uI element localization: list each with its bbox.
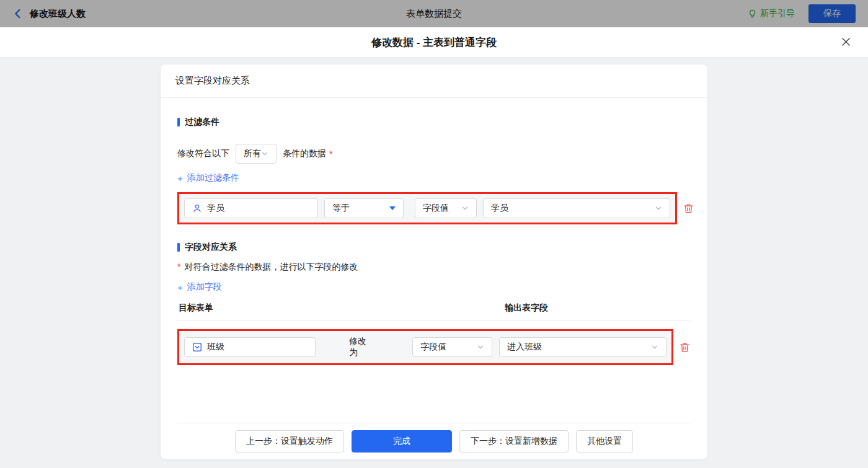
select-field-icon (192, 342, 202, 352)
chevron-down-icon (261, 150, 268, 157)
mapping-section-title: 字段对应关系 (177, 242, 691, 253)
mapping-card: 设置字段对应关系 过滤条件 修改符合以下 所有 条件的数据 * (161, 64, 707, 459)
lightbulb-icon (748, 9, 757, 19)
card-footer: 上一步：设置触发动作 完成 下一步：设置新增数据 其他设置 (177, 423, 691, 459)
caret-down-icon (389, 206, 396, 210)
close-button[interactable] (840, 36, 852, 48)
chevron-down-icon (651, 343, 658, 351)
chevron-down-icon (655, 205, 662, 212)
trash-icon (683, 203, 694, 214)
section-bar (177, 118, 180, 126)
card-content: 过滤条件 修改符合以下 所有 条件的数据 * + 添加过滤条件 (161, 98, 707, 459)
modal-body: 设置字段对应关系 过滤条件 修改符合以下 所有 条件的数据 * (0, 58, 868, 468)
beginner-guide-label: 新手引导 (760, 8, 795, 19)
next-step-button[interactable]: 下一步：设置新增数据 (459, 430, 569, 453)
modify-to-label: 修改为 (349, 336, 374, 358)
filter-value: 学员 (491, 203, 508, 214)
filter-section-label: 过滤条件 (185, 117, 219, 128)
mapping-section-label: 字段对应关系 (185, 242, 237, 253)
column-target-form: 目标表单 (177, 302, 505, 314)
trash-icon (679, 342, 691, 353)
workflow-title: 修改班级人数 (30, 8, 86, 20)
section-bar (177, 243, 180, 252)
page-title: 表单数据提交 (406, 8, 462, 20)
modal-header: 修改数据 - 主表到普通字段 (0, 27, 868, 58)
other-settings-button[interactable]: 其他设置 (576, 430, 633, 453)
value-type-select[interactable]: 字段值 (415, 198, 477, 218)
add-field-link[interactable]: + 添加字段 (177, 281, 222, 293)
mapping-value-select[interactable]: 进入班级 (499, 337, 666, 357)
prev-step-button[interactable]: 上一步：设置触发动作 (235, 430, 344, 453)
chevron-down-icon (477, 343, 484, 351)
column-output-field: 输出表字段 (505, 302, 548, 314)
filter-condition-row: 学员 等于 字段值 学员 (177, 192, 677, 224)
field-mapping-row: 班级 修改为 字段值 进入班级 (177, 329, 673, 365)
chevron-left-icon (12, 8, 24, 19)
plus-icon: + (177, 282, 183, 293)
card-title: 设置字段对应关系 (161, 64, 707, 98)
value-type-value: 字段值 (423, 203, 449, 214)
operator-value: 等于 (332, 203, 350, 214)
match-mode-value: 所有 (244, 148, 261, 159)
top-bar: 修改班级人数 表单数据提交 新手引导 保存 (0, 0, 868, 27)
match-prefix-text: 修改符合以下 (177, 148, 229, 159)
back-button[interactable] (12, 8, 24, 19)
done-button[interactable]: 完成 (352, 430, 452, 453)
mapping-description: * 对符合过滤条件的数据，进行以下字段的修改 (177, 262, 691, 273)
close-icon (840, 36, 852, 48)
add-field-label: 添加字段 (187, 281, 222, 293)
save-button[interactable]: 保存 (808, 4, 856, 23)
operator-select[interactable]: 等于 (324, 198, 404, 218)
condition-match-line: 修改符合以下 所有 条件的数据 * (177, 144, 691, 164)
delete-filter-row-button[interactable] (683, 203, 694, 214)
chevron-down-icon (461, 205, 469, 212)
modify-data-modal: 修改数据 - 主表到普通字段 设置字段对应关系 过滤条件 修改符合以下 所有 (0, 27, 868, 468)
user-icon (192, 203, 202, 213)
add-filter-condition-link[interactable]: + 添加过滤条件 (177, 172, 239, 183)
mapping-value-type: 字段值 (420, 342, 446, 353)
modal-title: 修改数据 - 主表到普通字段 (371, 35, 497, 50)
filter-field-input[interactable]: 学员 (184, 198, 318, 218)
beginner-guide-link[interactable]: 新手引导 (748, 8, 795, 19)
required-asterisk: * (329, 149, 332, 159)
mapping-value-type-select[interactable]: 字段值 (412, 337, 492, 357)
add-filter-condition-label: 添加过滤条件 (187, 172, 239, 183)
mapping-row-wrap: 班级 修改为 字段值 进入班级 (177, 329, 691, 365)
mapping-table-header: 目标表单 输出表字段 (177, 302, 691, 320)
match-suffix-text: 条件的数据 (283, 148, 326, 159)
mapping-value: 进入班级 (507, 342, 542, 353)
filter-value-select[interactable]: 学员 (483, 198, 670, 218)
filter-row-wrap: 学员 等于 字段值 学员 (177, 192, 691, 224)
filter-field-value: 学员 (207, 203, 224, 214)
mapping-description-text: 对符合过滤条件的数据，进行以下字段的修改 (184, 262, 358, 273)
delete-mapping-row-button[interactable] (679, 342, 691, 353)
plus-icon: + (177, 173, 183, 183)
target-field-value: 班级 (207, 342, 224, 353)
required-asterisk: * (177, 262, 180, 272)
filter-section-title: 过滤条件 (177, 117, 691, 128)
target-field-input[interactable]: 班级 (184, 337, 316, 357)
match-mode-select[interactable]: 所有 (236, 144, 277, 164)
